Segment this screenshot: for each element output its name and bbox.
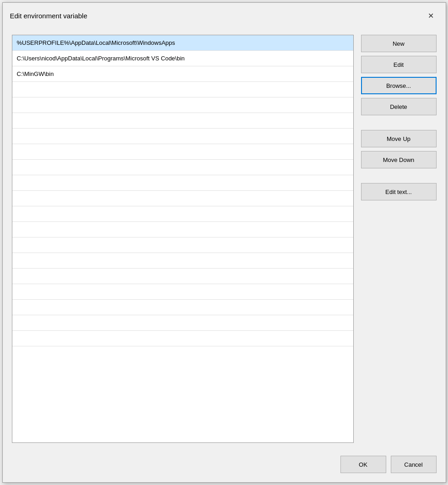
list-item[interactable] bbox=[12, 191, 353, 206]
spacer1 bbox=[361, 119, 437, 126]
list-item[interactable] bbox=[12, 315, 353, 331]
list-item[interactable] bbox=[12, 284, 353, 300]
list-item[interactable] bbox=[12, 175, 353, 191]
list-item[interactable]: C:\Users\nicod\AppData\Local\Programs\Mi… bbox=[12, 51, 353, 66]
list-item[interactable] bbox=[12, 237, 353, 253]
list-item[interactable]: %USERPROFILE%\AppData\Local\Microsoft\Wi… bbox=[12, 35, 353, 51]
move-down-button[interactable]: Move Down bbox=[361, 151, 437, 168]
list-item[interactable] bbox=[12, 331, 353, 346]
dialog-content: %USERPROFILE%\AppData\Local\Microsoft\Wi… bbox=[3, 27, 446, 450]
list-item[interactable] bbox=[12, 129, 353, 144]
list-item[interactable] bbox=[12, 97, 353, 113]
edit-button[interactable]: Edit bbox=[361, 56, 437, 73]
list-item[interactable] bbox=[12, 160, 353, 175]
list-item[interactable] bbox=[12, 222, 353, 237]
browse-button[interactable]: Browse... bbox=[361, 77, 437, 94]
move-up-button[interactable]: Move Up bbox=[361, 130, 437, 147]
env-variable-list[interactable]: %USERPROFILE%\AppData\Local\Microsoft\Wi… bbox=[12, 35, 354, 443]
dialog-title: Edit environment variable bbox=[10, 12, 87, 20]
list-item[interactable] bbox=[12, 253, 353, 269]
list-item[interactable] bbox=[12, 113, 353, 129]
edit-env-variable-dialog: Edit environment variable ✕ %USERPROFILE… bbox=[2, 2, 446, 483]
cancel-button[interactable]: Cancel bbox=[391, 456, 437, 473]
dialog-footer: OK Cancel bbox=[3, 450, 446, 482]
ok-button[interactable]: OK bbox=[340, 456, 386, 473]
title-bar: Edit environment variable ✕ bbox=[3, 3, 446, 27]
list-item[interactable] bbox=[12, 300, 353, 315]
list-item[interactable] bbox=[12, 206, 353, 222]
close-button[interactable]: ✕ bbox=[424, 8, 438, 23]
buttons-panel: New Edit Browse... Delete Move Up Move D… bbox=[361, 35, 437, 443]
list-item[interactable] bbox=[12, 144, 353, 160]
edit-text-button[interactable]: Edit text... bbox=[361, 183, 437, 200]
delete-button[interactable]: Delete bbox=[361, 98, 437, 115]
new-button[interactable]: New bbox=[361, 35, 437, 52]
list-item[interactable] bbox=[12, 82, 353, 97]
spacer2 bbox=[361, 172, 437, 179]
list-item[interactable] bbox=[12, 269, 353, 284]
list-item[interactable]: C:\MinGW\bin bbox=[12, 66, 353, 82]
